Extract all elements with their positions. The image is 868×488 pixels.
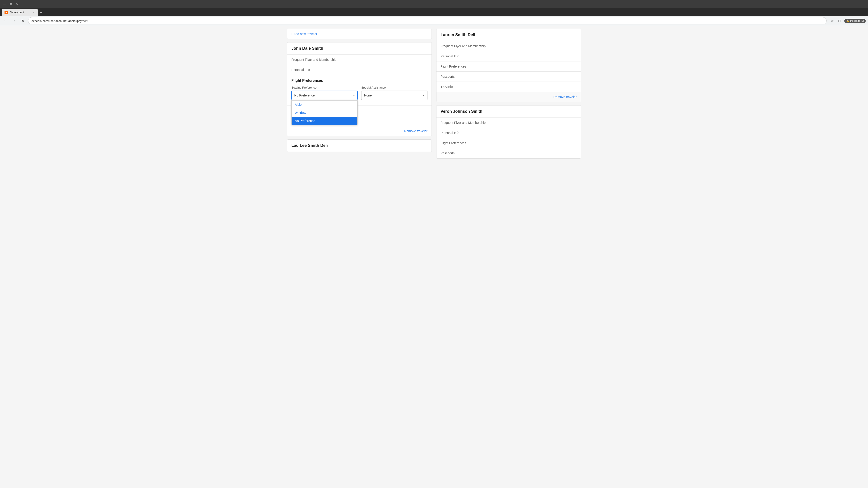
special-chevron-icon: ▼ bbox=[423, 94, 425, 97]
special-label: Special Assistance bbox=[361, 86, 428, 89]
close-button[interactable]: ✕ bbox=[14, 1, 20, 7]
special-selected-value: None bbox=[364, 94, 372, 97]
page-content: + Add new traveler John Dale Smith Frequ… bbox=[0, 26, 868, 488]
lauren-remove-link[interactable]: Remove traveler bbox=[553, 95, 577, 99]
seating-select[interactable]: No Preference ▼ Aisle Window bbox=[291, 91, 358, 100]
flight-prefs-title: Flight Preferences bbox=[291, 78, 428, 83]
back-button[interactable]: ← bbox=[2, 18, 8, 24]
address-actions: ☆ ⊡ 🕵 Incognito (2) bbox=[829, 18, 866, 24]
special-select-display[interactable]: None ▼ bbox=[361, 91, 428, 100]
remove-traveler-link-john[interactable]: Remove traveler bbox=[404, 129, 428, 133]
traveler-card-header-john: John Dale Smith bbox=[287, 42, 432, 55]
traveler-header-veron: Veron Johnson Smith bbox=[436, 105, 581, 118]
traveler-name-lauren: Lauren Smith Deli bbox=[440, 33, 475, 37]
reload-button[interactable]: ↻ bbox=[20, 18, 26, 24]
lauren-passports[interactable]: Passports bbox=[436, 72, 581, 82]
special-assistance-group: Special Assistance None ▼ bbox=[361, 86, 428, 100]
lauren-frequent-flyer[interactable]: Frequent Flyer and Membership bbox=[436, 41, 581, 51]
traveler-name-john: John Dale Smith bbox=[291, 46, 323, 51]
browser-chrome: — ⧉ ✕ bbox=[0, 0, 868, 8]
tab-bar: ✈ My Account ✕ + bbox=[0, 8, 868, 16]
split-view-button[interactable]: ⊡ bbox=[837, 18, 843, 24]
maximize-button[interactable]: ⧉ bbox=[8, 1, 13, 7]
frequent-flyer-section-john[interactable]: Frequent Flyer and Membership bbox=[287, 55, 432, 65]
traveler-card-header-lau: Lau Lee Smith Deli bbox=[287, 140, 432, 152]
traveler-card-veron: Veron Johnson Smith Frequent Flyer and M… bbox=[436, 105, 581, 159]
special-select[interactable]: None ▼ bbox=[361, 91, 428, 100]
browser-window-controls: — ⧉ ✕ bbox=[2, 1, 20, 7]
seating-dropdown-menu: Aisle Window No Preference bbox=[291, 100, 358, 125]
dropdown-item-no-preference[interactable]: No Preference bbox=[291, 117, 358, 125]
lauren-tsa[interactable]: TSA Info bbox=[436, 82, 581, 92]
flight-prefs-section-john: Flight Preferences Seating Preference No… bbox=[287, 75, 432, 105]
right-column: Lauren Smith Deli Frequent Flyer and Mem… bbox=[436, 29, 581, 162]
traveler-name-veron: Veron Johnson Smith bbox=[440, 109, 483, 113]
page-inner: + Add new traveler John Dale Smith Frequ… bbox=[287, 29, 581, 162]
dropdown-item-aisle[interactable]: Aisle bbox=[291, 101, 358, 109]
seating-selected-value: No Preference bbox=[294, 94, 315, 97]
minimize-button[interactable]: — bbox=[2, 1, 7, 7]
bookmark-button[interactable]: ☆ bbox=[829, 18, 835, 24]
lauren-remove-row: Remove traveler bbox=[436, 92, 581, 102]
dropdown-item-window[interactable]: Window bbox=[291, 109, 358, 117]
personal-info-section-john[interactable]: Personal Info bbox=[287, 65, 432, 75]
veron-flight-prefs[interactable]: Flight Preferences bbox=[436, 138, 581, 148]
remove-traveler-row-john: Remove traveler bbox=[287, 126, 432, 136]
forward-button[interactable]: → bbox=[11, 18, 17, 24]
traveler-card-john: John Dale Smith Frequent Flyer and Membe… bbox=[287, 42, 432, 136]
traveler-card-lau: Lau Lee Smith Deli bbox=[287, 139, 432, 152]
veron-frequent-flyer[interactable]: Frequent Flyer and Membership bbox=[436, 118, 581, 128]
veron-personal-info[interactable]: Personal Info bbox=[436, 128, 581, 138]
tab-title: My Account bbox=[10, 11, 30, 14]
left-column: + Add new traveler John Dale Smith Frequ… bbox=[287, 29, 432, 162]
seating-label: Seating Preference bbox=[291, 86, 358, 89]
tab-favicon: ✈ bbox=[4, 11, 8, 14]
lauren-flight-prefs[interactable]: Flight Preferences bbox=[436, 61, 581, 72]
prefs-row: Seating Preference No Preference ▼ Aisle bbox=[291, 86, 428, 100]
traveler-card-lauren: Lauren Smith Deli Frequent Flyer and Mem… bbox=[436, 29, 581, 102]
traveler-name-lau: Lau Lee Smith Deli bbox=[291, 143, 328, 148]
url-text: expedia.com/user/account/?&selc=payment bbox=[31, 19, 88, 23]
add-traveler-bar: + Add new traveler bbox=[287, 29, 432, 39]
lauren-personal-info[interactable]: Personal Info bbox=[436, 51, 581, 61]
add-traveler-link[interactable]: + Add new traveler bbox=[291, 32, 317, 36]
url-bar[interactable]: expedia.com/user/account/?&selc=payment bbox=[28, 17, 827, 24]
incognito-label: Incognito (2) bbox=[850, 20, 864, 22]
new-tab-button[interactable]: + bbox=[38, 9, 44, 16]
seating-select-display[interactable]: No Preference ▼ bbox=[291, 91, 358, 100]
active-tab[interactable]: ✈ My Account ✕ bbox=[2, 9, 38, 16]
address-bar: ← → ↻ expedia.com/user/account/?&selc=pa… bbox=[0, 16, 868, 26]
traveler-header-lauren: Lauren Smith Deli bbox=[436, 29, 581, 41]
tab-close-button[interactable]: ✕ bbox=[32, 11, 35, 14]
veron-passports[interactable]: Passports bbox=[436, 148, 581, 158]
chevron-down-icon: ▼ bbox=[352, 94, 355, 97]
seating-pref-group: Seating Preference No Preference ▼ Aisle bbox=[291, 86, 358, 100]
incognito-badge[interactable]: 🕵 Incognito (2) bbox=[844, 19, 866, 23]
